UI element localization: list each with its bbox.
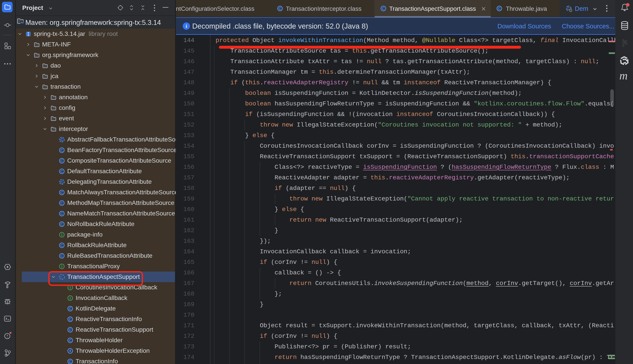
svg-text:C: C [279,6,281,11]
svg-text:C: C [382,6,385,11]
svg-text:C: C [498,6,501,11]
